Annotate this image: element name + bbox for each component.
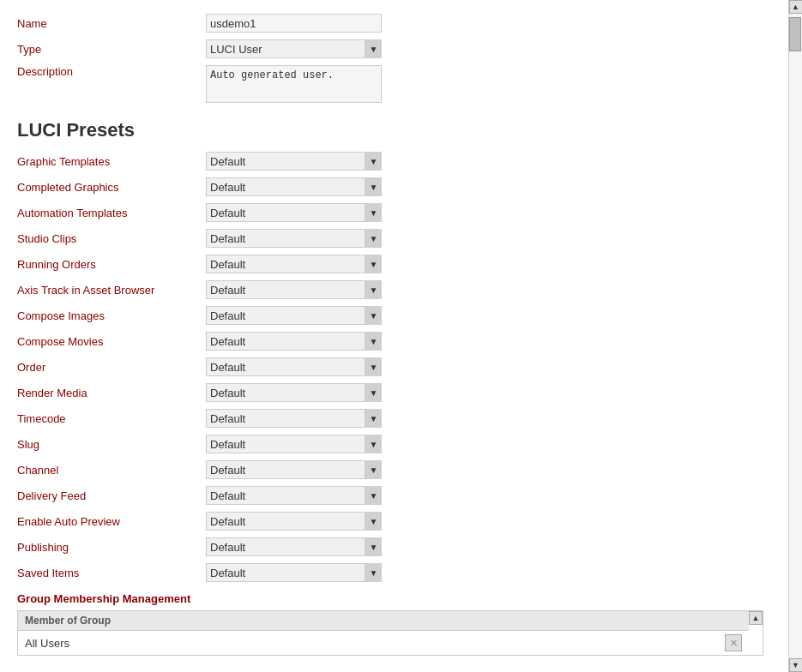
scrollbar: ▲ ▼ — [788, 0, 802, 672]
preset-row-13: Delivery FeedDefault▼ — [17, 486, 771, 505]
preset-row-11: SlugDefault▼ — [17, 435, 771, 453]
preset-label-0: Graphic Templates — [17, 155, 206, 168]
preset-select-wrap-16: Default▼ — [206, 563, 382, 582]
table-row: All Users ✕ — [18, 631, 749, 655]
preset-select-wrap-9: Default▼ — [206, 383, 382, 402]
preset-select-15[interactable]: Default — [206, 537, 382, 556]
group-table-container: Member of Group All Users ✕ ▲ — [17, 610, 763, 656]
preset-label-10: Timecode — [17, 412, 206, 425]
preset-label-6: Compose Images — [17, 309, 206, 322]
preset-label-11: Slug — [17, 438, 206, 451]
name-input[interactable] — [206, 14, 382, 33]
preset-select-wrap-15: Default▼ — [206, 537, 382, 556]
preset-select-wrap-6: Default▼ — [206, 306, 382, 325]
preset-row-8: OrderDefault▼ — [17, 357, 771, 376]
name-row: Name — [17, 14, 771, 33]
preset-select-5[interactable]: Default — [206, 280, 382, 299]
type-label: Type — [17, 43, 206, 56]
preset-row-9: Render MediaDefault▼ — [17, 383, 771, 402]
preset-row-2: Automation TemplatesDefault▼ — [17, 203, 771, 222]
description-row: Description Auto generated user. — [17, 65, 771, 105]
preset-label-5: Axis Track in Asset Browser — [17, 284, 206, 297]
preset-select-7[interactable]: Default — [206, 332, 382, 351]
preset-select-wrap-0: Default▼ — [206, 152, 382, 171]
preset-label-12: Channel — [17, 464, 206, 477]
preset-row-16: Saved ItemsDefault▼ — [17, 563, 771, 582]
preset-select-wrap-14: Default▼ — [206, 512, 382, 531]
group-table-header: Member of Group — [18, 611, 749, 631]
preset-label-16: Saved Items — [17, 567, 206, 579]
preset-row-15: PublishingDefault▼ — [17, 537, 771, 556]
preset-select-wrap-1: Default▼ — [206, 177, 382, 196]
preset-label-13: Delivery Feed — [17, 489, 206, 502]
preset-label-2: Automation Templates — [17, 207, 206, 219]
scroll-up-arrow[interactable]: ▲ — [789, 0, 803, 14]
preset-row-4: Running OrdersDefault▼ — [17, 255, 771, 273]
preset-row-1: Completed GraphicsDefault▼ — [17, 177, 771, 196]
description-label: Description — [17, 65, 206, 78]
preset-label-4: Running Orders — [17, 258, 206, 271]
preset-select-wrap-10: Default▼ — [206, 409, 382, 428]
type-select[interactable]: LUCI User — [206, 39, 382, 58]
preset-label-3: Studio Clips — [17, 232, 206, 245]
preset-select-wrap-13: Default▼ — [206, 486, 382, 505]
preset-row-14: Enable Auto PreviewDefault▼ — [17, 512, 771, 531]
preset-label-15: Publishing — [17, 541, 206, 554]
preset-label-1: Completed Graphics — [17, 181, 206, 194]
preset-select-9[interactable]: Default — [206, 383, 382, 402]
preset-select-2[interactable]: Default — [206, 203, 382, 222]
preset-row-3: Studio ClipsDefault▼ — [17, 229, 771, 248]
preset-select-4[interactable]: Default — [206, 255, 382, 273]
preset-row-0: Graphic TemplatesDefault▼ — [17, 152, 771, 171]
preset-select-1[interactable]: Default — [206, 177, 382, 196]
preset-select-wrap-11: Default▼ — [206, 435, 382, 453]
preset-select-8[interactable]: Default — [206, 357, 382, 376]
description-input[interactable]: Auto generated user. — [206, 65, 382, 103]
group-scroll-up-arrow[interactable]: ▲ — [749, 611, 763, 625]
scroll-track — [789, 14, 802, 658]
preset-select-wrap-2: Default▼ — [206, 203, 382, 222]
preset-row-6: Compose ImagesDefault▼ — [17, 306, 771, 325]
description-value: Auto generated user. — [206, 65, 386, 105]
type-row: Type LUCI User ▼ — [17, 39, 771, 58]
preset-select-11[interactable]: Default — [206, 435, 382, 453]
preset-select-12[interactable]: Default — [206, 460, 382, 479]
preset-select-wrap-7: Default▼ — [206, 332, 382, 351]
preset-label-14: Enable Auto Preview — [17, 515, 206, 528]
group-table-inner: Member of Group All Users ✕ — [18, 611, 749, 655]
preset-select-3[interactable]: Default — [206, 229, 382, 248]
preset-label-9: Render Media — [17, 387, 206, 399]
group-name: All Users — [25, 637, 725, 650]
delete-button[interactable]: ✕ — [725, 634, 742, 651]
luci-presets-title: LUCI Presets — [17, 119, 771, 141]
preset-select-10[interactable]: Default — [206, 409, 382, 428]
preset-row-12: ChannelDefault▼ — [17, 460, 771, 479]
preset-select-wrap-5: Default▼ — [206, 280, 382, 299]
type-select-wrap: LUCI User ▼ — [206, 39, 382, 58]
preset-select-wrap-12: Default▼ — [206, 460, 382, 479]
preset-select-wrap-8: Default▼ — [206, 357, 382, 376]
name-label: Name — [17, 17, 206, 30]
group-management-title: Group Membership Management — [17, 592, 771, 605]
preset-fields: Graphic TemplatesDefault▼Completed Graph… — [17, 152, 771, 582]
preset-row-5: Axis Track in Asset BrowserDefault▼ — [17, 280, 771, 299]
preset-select-0[interactable]: Default — [206, 152, 382, 171]
name-value — [206, 14, 386, 33]
scroll-down-arrow[interactable]: ▼ — [789, 658, 803, 672]
preset-row-7: Compose MoviesDefault▼ — [17, 332, 771, 351]
preset-select-13[interactable]: Default — [206, 486, 382, 505]
type-value: LUCI User ▼ — [206, 39, 386, 58]
preset-row-10: TimecodeDefault▼ — [17, 409, 771, 428]
preset-select-6[interactable]: Default — [206, 306, 382, 325]
preset-label-8: Order — [17, 361, 206, 374]
preset-select-wrap-4: Default▼ — [206, 255, 382, 273]
preset-select-16[interactable]: Default — [206, 563, 382, 582]
preset-select-14[interactable]: Default — [206, 512, 382, 531]
scroll-thumb[interactable] — [789, 17, 801, 51]
preset-label-7: Compose Movies — [17, 335, 206, 348]
preset-select-wrap-3: Default▼ — [206, 229, 382, 248]
main-content: Name Type LUCI User ▼ Description Auto g… — [0, 0, 788, 672]
